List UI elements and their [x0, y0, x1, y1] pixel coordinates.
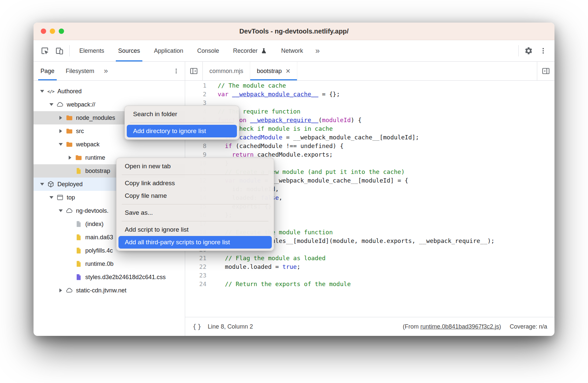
- code-text: if (cachedModule !== undefined) {: [206, 142, 343, 150]
- tab-label: Network: [281, 47, 303, 54]
- tab-elements[interactable]: Elements: [72, 40, 111, 61]
- line-number[interactable]: 24: [185, 280, 206, 288]
- toggle-debugger-panel-icon[interactable]: [537, 62, 554, 80]
- tab-label: Console: [197, 47, 219, 54]
- inspect-element-icon[interactable]: [37, 40, 52, 61]
- sourcemap-file-link[interactable]: runtime.0b841bad3967f3c2.js: [420, 323, 499, 330]
- menu-item-add-directory-to-ignore-list[interactable]: Add directory to ignore list: [127, 125, 237, 137]
- tree-item-label: runtime: [85, 154, 105, 161]
- code-text: // The module cache: [206, 81, 286, 90]
- beaker-icon: [260, 47, 267, 54]
- tab-label: Application: [154, 47, 183, 54]
- code-text: [206, 271, 218, 280]
- tab-console[interactable]: Console: [190, 40, 226, 61]
- menu-separator: [122, 204, 268, 204]
- code-line-7: 7 var cachedModule = __webpack_module_ca…: [185, 133, 554, 142]
- chevron-right-icon[interactable]: [57, 129, 65, 133]
- editor-tab-label: bootstrap: [257, 68, 282, 75]
- chevron-right-icon[interactable]: [66, 156, 74, 160]
- line-number[interactable]: 8: [185, 142, 206, 150]
- tab-label: Recorder: [233, 47, 257, 54]
- chevron-down-icon[interactable]: [38, 90, 46, 93]
- settings-gear-icon[interactable]: [521, 40, 536, 61]
- menu-item-open-in-new-tab[interactable]: Open in new tab: [118, 160, 272, 173]
- code-line-21: 21 // Flag the module as loaded: [185, 254, 554, 263]
- context-menu-file: Open in new tabCopy link addressCopy fil…: [116, 158, 274, 251]
- editor-tab-strip: common.mjsbootstrap×: [185, 62, 554, 81]
- chevron-down-icon[interactable]: [57, 143, 65, 146]
- file-yellow-icon: [75, 260, 83, 268]
- toolbar-right: [516, 40, 551, 61]
- window-title: DevTools - ng-devtools.netlify.app/: [239, 28, 348, 35]
- menu-item-copy-link-address[interactable]: Copy link address: [118, 177, 272, 190]
- code-line-1: 1// The module cache: [185, 81, 554, 90]
- main-toolbar: ElementsSourcesApplicationConsoleRecorde…: [34, 40, 554, 62]
- line-number[interactable]: 2: [185, 90, 206, 99]
- close-tab-icon[interactable]: ×: [286, 67, 290, 75]
- chevron-right-icon[interactable]: [57, 116, 65, 120]
- tree-item-label: static-cdn.jtvnw.net: [76, 287, 126, 294]
- more-panels-button[interactable]: »: [310, 40, 325, 61]
- sidebar-tab-filesystem[interactable]: Filesystem: [60, 62, 100, 80]
- chevron-down-icon[interactable]: [38, 183, 46, 186]
- line-number[interactable]: 21: [185, 254, 206, 263]
- code-line-3: 3: [185, 99, 554, 107]
- editor-tab-label: common.mjs: [209, 68, 243, 75]
- navigator-kebab-menu-icon[interactable]: [169, 62, 184, 80]
- tree-item-label: top: [67, 194, 75, 201]
- zoom-window-button[interactable]: [59, 29, 64, 34]
- tab-application[interactable]: Application: [147, 40, 190, 61]
- file-purple-icon: [75, 273, 83, 281]
- menu-item-save-as[interactable]: Save as...: [118, 206, 272, 219]
- menu-item-add-all-third-party-scripts-to-ignore-list[interactable]: Add all third-party scripts to ignore li…: [118, 236, 272, 249]
- tab-recorder[interactable]: Recorder: [226, 40, 274, 61]
- from-suffix: ): [499, 323, 501, 330]
- panel-tabs: ElementsSourcesApplicationConsoleRecorde…: [72, 40, 310, 61]
- tree-item-runtime-0b[interactable]: runtime.0b: [34, 257, 185, 270]
- tree-item-static-cdn-jtvnw-net[interactable]: static-cdn.jtvnw.net: [34, 284, 185, 297]
- kebab-menu-icon[interactable]: [536, 40, 551, 61]
- line-number[interactable]: 22: [185, 263, 206, 271]
- editor-tab-bootstrap[interactable]: bootstrap×: [250, 62, 297, 80]
- file-yellow-icon: [75, 247, 83, 255]
- pretty-print-icon[interactable]: {}: [192, 323, 202, 331]
- menu-item-add-script-to-ignore-list[interactable]: Add script to ignore list: [118, 223, 272, 236]
- menu-item-search-in-folder[interactable]: Search in folder: [127, 108, 237, 120]
- navigator-tab-list: PageFilesystem: [35, 62, 100, 80]
- chevron-down-icon[interactable]: [47, 103, 55, 106]
- folder-icon: [65, 127, 73, 135]
- chevron-down-icon[interactable]: [47, 196, 55, 199]
- editor-tab-common-mjs[interactable]: common.mjs: [203, 62, 250, 80]
- tree-item-styles-d3e2b24618d2c641-css[interactable]: styles.d3e2b24618d2c641.css: [34, 270, 185, 284]
- code-text: // Flag the module as loaded: [206, 254, 326, 263]
- sidebar-tab-page[interactable]: Page: [35, 62, 60, 80]
- cursor-position: Line 8, Column 2: [208, 323, 253, 330]
- code-text: var __webpack_module_cache__ = {};: [206, 90, 340, 99]
- tab-network[interactable]: Network: [274, 40, 310, 61]
- tree-item-authored[interactable]: </>Authored: [34, 85, 185, 98]
- close-window-button[interactable]: [41, 29, 46, 34]
- more-navigator-tabs-button[interactable]: »: [100, 62, 112, 80]
- tree-item-label: ng-devtools.: [76, 207, 109, 214]
- code-text: module.loaded = true;: [206, 263, 300, 271]
- chevron-right-icon[interactable]: [57, 288, 65, 292]
- cube-icon: [47, 180, 55, 188]
- menu-separator: [122, 221, 268, 221]
- toggle-navigator-panel-icon[interactable]: [185, 62, 203, 80]
- tree-item-webpack[interactable]: webpack: [34, 138, 185, 151]
- tab-sources[interactable]: Sources: [111, 40, 147, 61]
- file-gray-icon: [75, 220, 83, 228]
- line-number[interactable]: 23: [185, 271, 206, 280]
- device-toolbar-icon[interactable]: [52, 40, 67, 61]
- open-file-tabs: common.mjsbootstrap×: [203, 62, 297, 80]
- chevron-down-icon[interactable]: [57, 209, 65, 212]
- minimize-window-button[interactable]: [50, 29, 55, 34]
- menu-separator: [130, 122, 234, 123]
- menu-item-copy-file-name[interactable]: Copy file name: [118, 190, 272, 202]
- cloud-icon: [56, 101, 64, 109]
- tree-item-label: Deployed: [57, 181, 83, 188]
- line-number[interactable]: 1: [185, 81, 206, 90]
- coverage-status: Coverage: n/a: [510, 323, 547, 330]
- sidebar-tab-label: Filesystem: [66, 68, 94, 75]
- devtools-window: DevTools - ng-devtools.netlify.app/ Elem…: [34, 23, 554, 336]
